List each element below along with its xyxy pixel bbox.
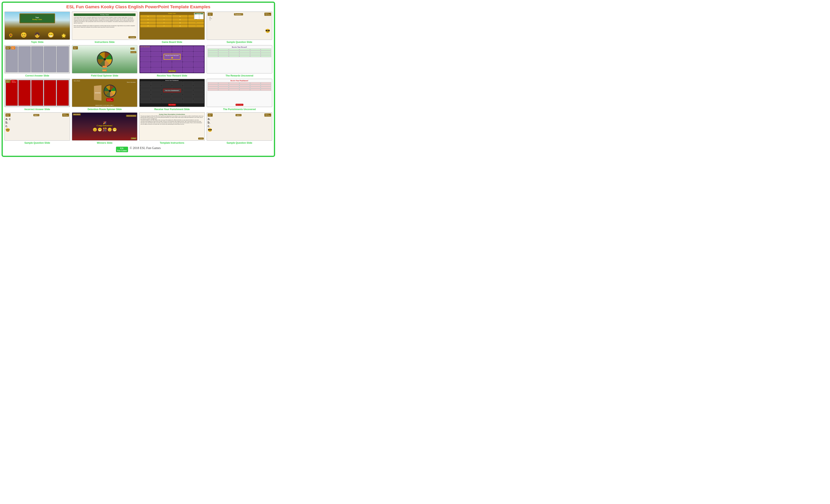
template-slide-content: Kooky Class Description & Instructions T… <box>139 113 204 140</box>
detention-door: DETENTION <box>93 85 102 101</box>
slide-img-instructions: Kooky Class Lorem ipsum dolor sit amet, … <box>72 11 137 40</box>
footer: ESLFun Games © 2018 ESL Fun Games <box>4 144 272 154</box>
winners-back-btn[interactable]: Back to Board <box>73 114 81 116</box>
spinner-instructions-btn[interactable]: Back toInstructions <box>130 48 136 53</box>
uc-r-3 <box>229 49 239 51</box>
detention-slide-content: Back to Board Back to Instructions DETEN… <box>72 79 137 107</box>
nerd-back-btn[interactable]: Back toBoard <box>5 114 10 117</box>
template-to-board[interactable]: To Board <box>198 137 204 139</box>
score-d: D <box>194 18 199 19</box>
slide-cell-nerd: Back toBoard Nerd 1 Back toInstructions … <box>4 112 70 144</box>
slide-img-topic: Topic Kooky Class 🌻 😊 👧 😁 🌟 <box>4 11 70 40</box>
slide-img-prankster: Back toBoard Prankster 1 Back toInstruct… <box>206 11 272 40</box>
correct-go-field-btn[interactable]: Go ToField <box>11 46 15 50</box>
desk-12: 😎 <box>188 21 204 24</box>
jock-title: Jock 1 <box>235 114 242 116</box>
pb-13 <box>140 90 151 94</box>
r-cell-22 <box>172 62 182 67</box>
uc-p-15 <box>229 87 239 89</box>
slide-cell-spinner-field: Back toBoard Back toInstructions Get You… <box>72 45 137 77</box>
character-row: 🌻 😊 👧 😁 🌟 <box>5 32 70 37</box>
detention-back-btn[interactable]: Back to Board <box>73 80 81 82</box>
back-to-board-reward[interactable]: Back to Board <box>168 70 176 72</box>
pb-2 <box>151 82 161 85</box>
slide-cell-punish-board: Receive Your Punishment! <box>139 78 205 111</box>
r-cell-13 <box>140 57 151 62</box>
winner-emoji-1: 😊 <box>93 127 97 132</box>
uc-p-9 <box>229 85 239 86</box>
correct-slide-content: Back toBoard Go ToField You Deserve a Re… <box>5 45 70 73</box>
slide-img-correct: Back toBoard Go ToField You Deserve a Re… <box>4 45 70 73</box>
spinner-back-btn[interactable]: Back toBoard <box>73 46 78 50</box>
back-to-board-punish[interactable]: Back to Board <box>168 104 176 106</box>
pb-5 <box>183 82 193 85</box>
spinner-nav: Back toBoard <box>73 46 78 50</box>
uc-p-6 <box>261 82 271 84</box>
uc-p-20 <box>218 89 229 91</box>
back-to-board-pu[interactable]: Back to Board <box>235 104 243 106</box>
prankster-instructions-btn[interactable]: Back toInstructions <box>264 13 271 16</box>
score-c: C <box>194 17 199 18</box>
locker-r1 <box>6 80 18 106</box>
locker-1 <box>6 46 18 72</box>
uc-p-7 <box>208 85 218 86</box>
back-to-board-pu-wrap: Back to Board <box>235 102 243 106</box>
nerd-content: a. c b. c. 🤓 <box>5 117 69 135</box>
slide-label-template: Template Instructions <box>160 141 184 144</box>
jock-back-btn[interactable]: Back toBoard <box>208 114 213 117</box>
jock-instructions-btn[interactable]: Back toInstructions <box>264 114 271 117</box>
detention-spinner-center <box>109 90 111 92</box>
spinner-field-content: Back toBoard Back toInstructions Get You… <box>72 45 137 73</box>
slide-label-reward-board: Receive Your Reward Slide <box>157 74 187 77</box>
answer-b: b. c <box>210 18 271 19</box>
prankster-title: Prankster 1 <box>234 13 243 15</box>
slide-img-template: Kooky Class Description & Instructions T… <box>139 112 205 141</box>
incorrect-detention-btn[interactable]: Go ToDetention <box>11 80 17 83</box>
back-to-board-reward-wrap: Back to Board <box>168 69 176 72</box>
to-board-btn-instructions[interactable]: To Board <box>128 36 136 38</box>
pb-29 <box>183 99 193 103</box>
r-cell-26 <box>151 67 161 72</box>
uc-p-18 <box>261 87 271 89</box>
uc-r-15 <box>229 53 239 55</box>
punish-board-title: Receive Your Punishment! <box>140 80 204 81</box>
jock-answer-a: a. <box>208 117 271 121</box>
detention-sign: DETENTION <box>95 92 100 93</box>
slide-label-topic: Topic Slide <box>31 41 43 43</box>
winners-instructions-btn[interactable]: Back to Instructions <box>126 115 136 117</box>
r-cell-11 <box>183 52 193 57</box>
pb-14 <box>151 90 161 94</box>
detention-instructions-btn[interactable]: Back to Instructions <box>126 81 136 83</box>
incorrect-back-btn[interactable]: Back toBoard <box>5 80 10 83</box>
uc-r-1 <box>208 49 218 51</box>
char-2: 😊 <box>21 32 27 37</box>
footer-logo: ESLFun Games <box>116 147 128 152</box>
desk-14: 😊 <box>156 25 172 27</box>
winners-slide-content: Back to Board Back to Instructions 🎉 Con… <box>72 113 137 140</box>
uc-r-4 <box>240 49 250 51</box>
desk-11: 😁 <box>172 21 188 24</box>
slide-label-prankster: Sample Question Slide <box>226 41 252 43</box>
correct-back-btn[interactable]: Back toBoard <box>5 46 10 50</box>
incorrect-slide-content: Back toBoard Go ToDetention You Get a Pu… <box>5 79 70 107</box>
winner-emoji-3: 🎊 <box>102 127 107 132</box>
char-1: 🌻 <box>8 34 13 37</box>
nerd-instructions-btn[interactable]: Back toInstructions <box>62 114 69 117</box>
desk-2: 😊 <box>156 15 172 18</box>
desk-15: 😁 <box>172 25 188 27</box>
uc-r-14 <box>218 53 229 55</box>
get-punishment-btn[interactable]: Get YourPunishment! <box>106 98 114 101</box>
prankster-back-btn[interactable]: Back toBoard <box>208 13 213 16</box>
slide-img-incorrect: Back toBoard Go ToDetention You Get a Pu… <box>4 78 70 107</box>
chalkboard: Topic Kooky Class <box>19 13 55 23</box>
to-board-winners[interactable]: To Board <box>131 137 136 139</box>
get-reward-btn[interactable]: Get YourReward! <box>102 66 107 71</box>
slide-img-reward-board: Receive Your Reward! <box>139 45 205 73</box>
uc-p-2 <box>218 82 229 84</box>
winner-emoji-4: 😊 <box>107 127 112 132</box>
uc-p-21 <box>229 89 239 91</box>
uc-p-4 <box>240 82 250 84</box>
winners-nav: Back to Board <box>73 114 81 116</box>
score-g: G <box>199 17 203 18</box>
nerd-nav: Back toBoard Nerd 1 Back toInstructions <box>5 114 69 117</box>
